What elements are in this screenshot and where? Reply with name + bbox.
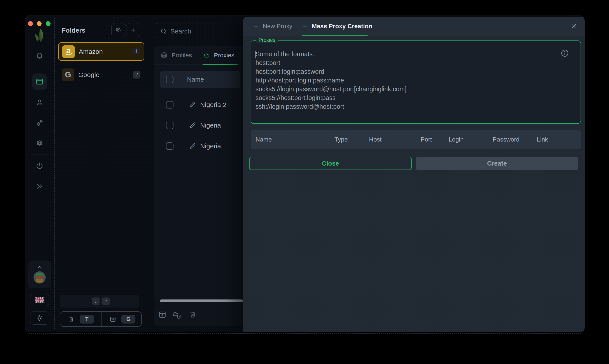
proxy-row[interactable]: Nigeria (160, 118, 243, 132)
check-proxies-button[interactable] (173, 311, 182, 319)
sort-ascending-button[interactable] (102, 298, 110, 305)
search-icon (160, 27, 167, 35)
folder-item-amazon[interactable]: a Amazon 1 (58, 42, 144, 61)
sidebar-item-settings[interactable] (35, 139, 44, 147)
plus-icon (130, 27, 137, 33)
active-tab-underline (302, 35, 368, 36)
edit-pencil-icon[interactable] (189, 122, 196, 129)
google-icon: G (62, 68, 74, 81)
window-zoom-button[interactable] (46, 21, 51, 26)
folders-footer-controls: T G (60, 311, 142, 327)
trash-drop-zone[interactable] (68, 316, 75, 323)
tab-profiles[interactable]: Profiles (160, 46, 192, 65)
proxy-name: Nigeria 2 (200, 101, 226, 108)
modal-header: New Proxy Mass Proxy Creation (243, 17, 585, 36)
account-expander[interactable] (28, 260, 51, 288)
tab-new-proxy[interactable]: New Proxy (253, 17, 292, 36)
power-icon (35, 162, 44, 170)
formats-info-button[interactable] (560, 49, 569, 58)
trash-icon (68, 316, 75, 323)
edit-pencil-icon[interactable] (189, 143, 196, 150)
user-avatar[interactable] (33, 271, 46, 284)
sidebar-item-browser-profiles[interactable] (32, 74, 47, 90)
folder-label: Amazon (79, 48, 132, 55)
notifications-bell-icon[interactable] (36, 52, 43, 60)
proxy-row[interactable]: Nigeria (160, 139, 243, 153)
theme-toggle-button[interactable] (30, 312, 49, 325)
person-icon (35, 98, 44, 106)
tab-proxies[interactable]: Proxies (203, 46, 234, 65)
column-header-name: Name (256, 130, 272, 149)
row-checkbox[interactable] (166, 101, 173, 108)
app-logo-icon (33, 28, 45, 44)
column-header-password: Password (493, 130, 519, 149)
column-header-type: Type (335, 130, 348, 149)
quit-power-button[interactable] (35, 162, 44, 170)
app-window: Folders a Amazon 1 (25, 15, 584, 332)
sun-icon (36, 314, 43, 322)
stage: Folders a Amazon 1 (0, 0, 609, 364)
proxy-name: Nigeria (200, 143, 221, 150)
import-proxies-button[interactable] (158, 311, 167, 319)
column-header-link: Link (537, 130, 548, 149)
proxies-placeholder: Some of the formats: host:port host:port… (256, 50, 406, 111)
folder-count-badge: 1 (132, 48, 140, 55)
sidebar-expand-button[interactable] (35, 182, 44, 191)
gears-icon (35, 119, 44, 127)
arrow-down-icon (93, 299, 98, 304)
sidebar-section-divider (31, 154, 48, 155)
column-header-host: Host (369, 130, 382, 149)
cloud-icon (203, 52, 210, 59)
amazon-icon: a (62, 45, 75, 58)
arrow-up-icon (104, 299, 108, 304)
sort-descending-button[interactable] (92, 298, 100, 305)
archive-hotkey-chip[interactable]: G (121, 315, 135, 324)
row-checkbox[interactable] (166, 122, 173, 129)
delete-proxies-button[interactable] (189, 311, 197, 319)
sidebar-item-automation[interactable] (35, 119, 44, 127)
globe-icon (160, 52, 168, 59)
folders-sort-bar (60, 295, 139, 308)
folders-settings-button[interactable] (111, 23, 125, 37)
search-input[interactable] (170, 27, 232, 35)
uk-flag-icon (35, 297, 44, 303)
window-bottom-edge (29, 333, 581, 334)
add-folder-button[interactable] (126, 23, 140, 37)
column-header-login: Login (449, 130, 464, 149)
create-button[interactable]: Create (416, 157, 578, 170)
chevron-up-icon[interactable] (36, 264, 43, 271)
proxy-table-header: Name (160, 71, 240, 88)
profiles-proxies-panel: Profiles Proxies Name (154, 46, 243, 304)
panel-tabs: Profiles Proxies (154, 46, 243, 65)
box-download-icon (110, 316, 116, 323)
proxy-row[interactable]: Nigeria 2 (160, 98, 243, 112)
row-checkbox[interactable] (166, 143, 173, 150)
proxies-field-label: Proxies (256, 37, 278, 43)
window-minimize-button[interactable] (37, 21, 41, 26)
modal-close-button[interactable] (570, 22, 578, 31)
search-bar[interactable] (154, 23, 250, 39)
tab-mass-proxy-creation[interactable]: Mass Proxy Creation (302, 17, 372, 36)
folder-count-badge: 2 (133, 71, 141, 78)
mass-proxy-creation-modal: New Proxy Mass Proxy Creation Proxies (243, 17, 585, 332)
browser-window-icon (35, 78, 44, 86)
archive-drop-zone[interactable] (110, 316, 116, 323)
sidebar-item-accounts[interactable] (35, 98, 44, 106)
language-selector-button[interactable] (30, 294, 49, 306)
folder-item-google[interactable]: G Google 2 (58, 65, 144, 84)
horizontal-scrollbar[interactable] (160, 299, 243, 302)
proxies-textarea[interactable]: Proxies Some of the formats: host:port h… (251, 40, 581, 124)
column-header-port: Port (421, 130, 432, 149)
close-button[interactable]: Close (249, 157, 412, 170)
gear-icon (115, 27, 122, 33)
window-close-button[interactable] (28, 21, 33, 26)
select-all-checkbox[interactable] (166, 76, 173, 83)
proxy-preview-table-header: Name Type Host Port Login Password Link (251, 130, 581, 149)
edit-pencil-icon[interactable] (189, 101, 196, 108)
plus-icon (253, 23, 259, 29)
close-icon (570, 23, 577, 30)
trash-icon (189, 311, 197, 319)
trash-hotkey-chip[interactable]: T (80, 315, 94, 324)
bulk-actions-bar (154, 304, 243, 326)
folders-panel-title: Folders (62, 27, 85, 34)
